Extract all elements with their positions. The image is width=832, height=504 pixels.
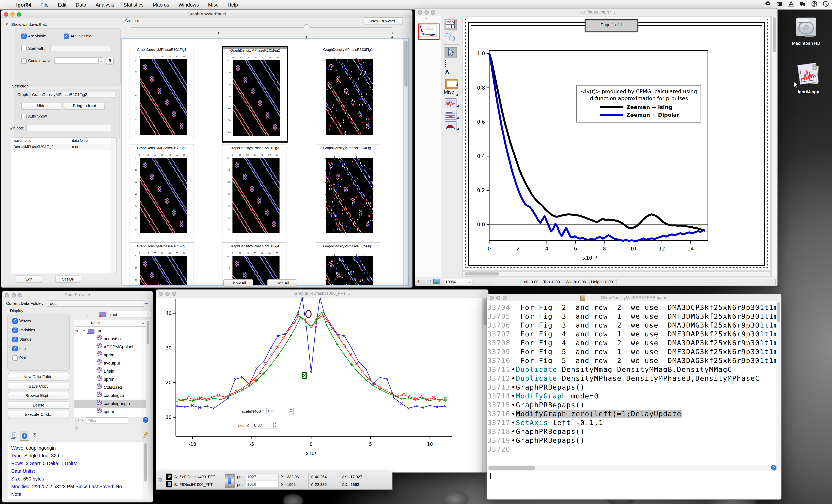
contain-wave-input[interactable] bbox=[54, 57, 100, 63]
menu-igor64[interactable]: Igor64 bbox=[16, 2, 31, 7]
page-thumbnail[interactable] bbox=[418, 24, 440, 40]
contain-wave-checkbox[interactable] bbox=[21, 58, 27, 63]
tree-item-couplingco[interactable]: 1couplingco bbox=[74, 392, 146, 400]
marquee-tool-icon[interactable] bbox=[445, 60, 456, 67]
gear-icon[interactable]: ⚙ bbox=[427, 278, 431, 284]
wave-table-header-data-folder[interactable]: data folder bbox=[72, 139, 88, 142]
cursor-b-icon[interactable]: ⊠ bbox=[166, 481, 172, 487]
page-indicator-button[interactable]: Page 1 of 1 bbox=[585, 19, 638, 32]
scale1-stepper[interactable]: ▲▼ bbox=[274, 422, 278, 429]
disclosure-triangle-icon[interactable]: ▼ bbox=[5, 22, 8, 26]
bring-to-front-button[interactable]: Bring to front bbox=[64, 102, 105, 109]
graph-thumbnail-GraphDensityMPhaseR3C4Fig1[interactable]: GraphDensityMPhaseR3C4Fig1 bbox=[316, 144, 380, 239]
analysis-tool-icon[interactable] bbox=[445, 122, 457, 131]
goto-folder-arrow-icon[interactable]: → bbox=[144, 299, 149, 306]
code-line-33705[interactable]: 33705 For Fig 3 and row 1 we use DMF3DMG… bbox=[487, 312, 776, 321]
cursor-b-pnt[interactable]: 1018 bbox=[245, 481, 279, 487]
code-h-scrollbar[interactable] bbox=[487, 465, 770, 471]
menu-analysis[interactable]: Analysis bbox=[96, 2, 114, 7]
cursor-b-marker[interactable] bbox=[302, 373, 307, 378]
sigma-stats-icon[interactable]: Σ bbox=[33, 432, 37, 439]
cursor-a-marker[interactable] bbox=[306, 311, 311, 318]
columns-slider[interactable]: 1 2 3 4 bbox=[128, 24, 394, 36]
columns-slider-thumb[interactable] bbox=[304, 24, 309, 31]
plot-checkbox[interactable] bbox=[12, 355, 18, 361]
proc-help-button[interactable]: ? bbox=[771, 465, 777, 471]
tree-item-aconstsp[interactable]: 1aconstsp bbox=[74, 335, 146, 343]
scale1-input[interactable]: 0.37 bbox=[253, 422, 276, 428]
are-visible-checkbox[interactable] bbox=[21, 33, 27, 39]
window-controls[interactable] bbox=[5, 293, 22, 297]
menu-file[interactable]: File bbox=[41, 2, 49, 7]
thumbnails-scrollbar[interactable] bbox=[403, 39, 408, 285]
graph9-titlebar[interactable]: Graph9:FIDtestN1000_FFT,... bbox=[156, 290, 488, 297]
tree-scrollbar[interactable] bbox=[146, 320, 150, 417]
time-machine-icon[interactable] bbox=[823, 1, 829, 8]
code-line-33709[interactable]: 33709 For Fig 5 and row 1 we use DMF3DAG… bbox=[487, 347, 776, 356]
tree-item-Bfield[interactable]: 1Bfield bbox=[74, 367, 146, 375]
window-controls[interactable] bbox=[418, 10, 435, 15]
info-tab-selected[interactable]: i bbox=[20, 431, 29, 441]
appstore-icon[interactable] bbox=[788, 1, 794, 8]
graph-name-field[interactable]: GraphDensityMPhaseR2C1Fig2 bbox=[30, 92, 115, 98]
table-tool-expand-icon[interactable]: ◢ bbox=[457, 116, 459, 119]
graph-thumbnail-GraphDensityMPhaseR1C1Fig3[interactable]: GraphDensityMPhaseR1C1Fig301020304050600… bbox=[130, 242, 194, 286]
sort-asc-icon[interactable]: ▲ bbox=[141, 321, 145, 324]
code-line-33718[interactable]: 33718•GraphPRBepaps() bbox=[487, 427, 776, 436]
graph-page-tool-icon[interactable] bbox=[444, 19, 457, 30]
procedure-titlebar[interactable]: ShowDensityMatPSS3DPRBepaps bbox=[487, 294, 781, 302]
zoom-level-select[interactable]: 100% ⌄ bbox=[444, 278, 472, 285]
code-line-33716[interactable]: 33716•ModifyGraph zero(left)=1;DelayUpda… bbox=[487, 409, 776, 418]
win-note-input[interactable] bbox=[26, 125, 111, 131]
tree-item-cprim[interactable]: 1cprim bbox=[74, 408, 146, 416]
copy-info-icon[interactable] bbox=[11, 432, 17, 439]
folder-select[interactable]: root ⌃ ⌄ bbox=[109, 311, 151, 318]
misc-tool-expand-icon[interactable]: ◢ bbox=[456, 93, 458, 96]
code-line-33704[interactable]: 33704 For Fig 2 and row 2 we use DMA3DCP… bbox=[487, 303, 776, 312]
new-data-folder-button[interactable]: New Data Folder bbox=[8, 373, 70, 380]
code-line-33708[interactable]: 33708 For Fig 4 and row 2 we use DMA3DAP… bbox=[487, 338, 776, 347]
code-line-33707[interactable]: 33707 For Fig 4 and row 1 we use DMF3DAP… bbox=[487, 329, 776, 338]
menu-edit[interactable]: Edit bbox=[58, 2, 67, 7]
window-controls[interactable] bbox=[4, 12, 21, 17]
tree-item-bprim[interactable]: 1bprim bbox=[74, 375, 146, 383]
graph-thumbnail-GraphDensityMPhaseR2C1Fig4[interactable]: GraphDensityMPhaseR2C1Fig401020304050600… bbox=[222, 242, 286, 286]
table-tool-icon[interactable] bbox=[445, 110, 457, 120]
bold-button[interactable]: B bbox=[106, 57, 114, 64]
graph-tool-icon[interactable] bbox=[445, 98, 457, 108]
nav-up-icon[interactable]: ↑ bbox=[92, 311, 94, 317]
info-checkbox[interactable] bbox=[12, 346, 18, 351]
delivery-icon[interactable] bbox=[800, 1, 806, 8]
window-controls[interactable] bbox=[159, 292, 176, 296]
graph-thumbnail-GraphDensityMPhaseR3C3Fig1[interactable]: GraphDensityMPhaseR3C3Fig1 bbox=[316, 46, 380, 141]
desktop-icon-macintosh-hd[interactable]: Macintosh HD bbox=[793, 16, 820, 51]
menu-statistics[interactable]: Statistics bbox=[124, 2, 144, 7]
code-line-33713[interactable]: 33713•GraphPRBepaps() bbox=[487, 382, 776, 392]
graph-thumbnail-GraphDensityMPhaseR1C1Fig1[interactable]: GraphDensityMPhaseR1C1Fig101020304050600… bbox=[130, 46, 194, 141]
frame-tool-expand-icon[interactable]: ◢ bbox=[456, 83, 458, 86]
wave-table-scrollbar[interactable] bbox=[111, 138, 116, 273]
current-data-folder-field[interactable]: root: bbox=[47, 300, 144, 307]
show-all-button[interactable]: Show All bbox=[223, 280, 253, 286]
gear-icon[interactable]: ⚙ bbox=[158, 477, 162, 483]
command-buffer[interactable] bbox=[487, 471, 781, 499]
code-line-33712[interactable]: 33712•Duplicate DensityMPhase DensityMPh… bbox=[487, 374, 776, 382]
edit-note-pencil-icon[interactable] bbox=[142, 431, 149, 439]
accessibility-icon[interactable] bbox=[811, 1, 817, 8]
zoom-out-button[interactable]: − bbox=[422, 278, 425, 284]
are-invisible-checkbox[interactable] bbox=[63, 33, 69, 39]
graph-thumbnail-GraphDensityMPhaseR2C1Fig2[interactable]: GraphDensityMPhaseR2C1Fig201020304050600… bbox=[222, 46, 288, 142]
cursor-slider[interactable] bbox=[225, 474, 235, 488]
graph-thumbnail-GraphDensityMPhaseR2C1Fig3[interactable]: GraphDensityMPhaseR2C1Fig301020304050600… bbox=[222, 144, 286, 239]
hide-all-button[interactable]: Hide All bbox=[267, 280, 297, 286]
analysis-tool-expand-icon[interactable]: ◢ bbox=[457, 128, 459, 131]
tree-item-aprim[interactable]: 1aprim bbox=[74, 351, 146, 359]
code-line-33706[interactable]: 33706 For Fig 3 and row 2 we use DMA3DMG… bbox=[487, 321, 776, 329]
hide-button[interactable]: Hide bbox=[21, 102, 61, 109]
zoom-in-button[interactable]: + bbox=[417, 278, 420, 284]
delete-button[interactable]: Delete bbox=[8, 401, 70, 408]
graph-browser-titlebar[interactable]: GraphBrowserPanel bbox=[1, 10, 412, 18]
execute-cmd--button[interactable]: Execute Cmd... bbox=[8, 411, 70, 418]
misc-tool[interactable]: Misc bbox=[444, 89, 454, 95]
tree-header-name[interactable]: Name bbox=[91, 321, 100, 325]
